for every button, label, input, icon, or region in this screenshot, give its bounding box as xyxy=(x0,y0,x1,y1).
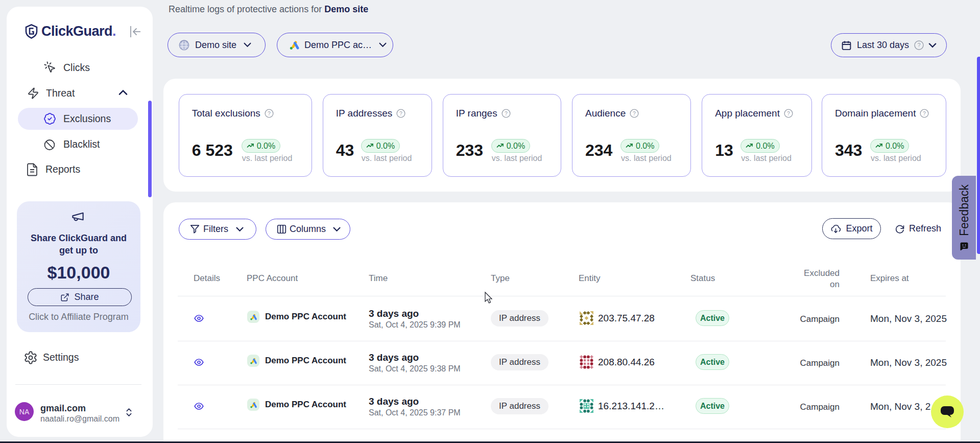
svg-text:?: ? xyxy=(268,111,271,116)
svg-text:?: ? xyxy=(399,111,402,116)
svg-text:?: ? xyxy=(918,42,921,48)
svg-text:?: ? xyxy=(923,111,926,116)
svg-text:?: ? xyxy=(505,111,508,116)
svg-text:?: ? xyxy=(633,111,636,116)
svg-text:?: ? xyxy=(787,111,790,116)
